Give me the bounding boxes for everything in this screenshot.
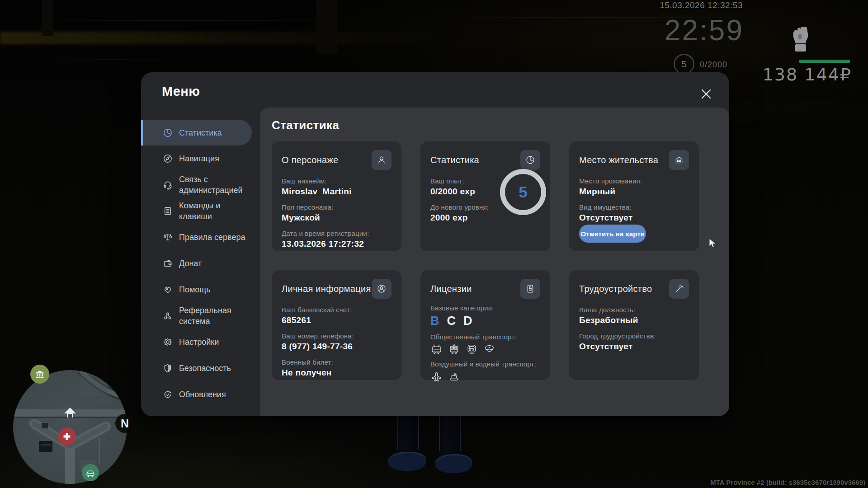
sidebar-item-navigation[interactable]: Навигация (141, 145, 260, 172)
category-B: B (430, 314, 439, 328)
sidebar-item-commands[interactable]: Команды и клавиши (141, 198, 260, 224)
person-circle-icon (372, 279, 392, 299)
shield-icon (163, 363, 173, 373)
level-ring: 5 (500, 169, 546, 215)
card-title: Личная информация (282, 284, 371, 294)
ship-icon (448, 370, 460, 382)
sidebar-item-label: Навигация (179, 153, 219, 164)
field-value: Отсутствует (579, 342, 689, 352)
menu-panel: Меню Статистика Навигация Связь (141, 72, 729, 416)
card-personal-info: Личная информация Ваш банковский счет: 6… (272, 270, 401, 380)
sidebar-item-label: Донат (179, 258, 202, 269)
headlight-glow (0, 32, 542, 44)
sidebar-item-statistics[interactable]: Статистика (141, 120, 252, 145)
hud-exp-bar (799, 60, 850, 63)
hud-money: 138 144₽ (763, 65, 852, 84)
mark-on-map-button[interactable]: Отметить на карте (579, 225, 646, 243)
field-label: Ваша должность: (579, 306, 689, 314)
card-licenses: Лицензии Базовые категории: B C D Общест… (420, 270, 550, 380)
sidebar-item-label: Настройки (179, 337, 219, 347)
light-streak (27, 20, 344, 21)
trolleybus-icon (430, 343, 443, 355)
wallet-icon (163, 258, 173, 268)
commands-doc-icon (163, 206, 173, 216)
minimap-map (13, 370, 127, 484)
field-value: Не получен (282, 368, 392, 378)
scales-icon (163, 232, 173, 242)
conductor-cap-icon (483, 343, 495, 355)
field-label: Ваш банковский счет: (282, 306, 392, 314)
car-blip (82, 464, 99, 481)
sidebar-item-label: Безопасность (179, 363, 231, 374)
card-title: Статистика (430, 155, 479, 165)
sidebar-item-label: Реферальная система (179, 305, 248, 327)
update-check-icon (163, 389, 173, 399)
hospital-blip (58, 427, 76, 446)
background-pole (42, 0, 53, 36)
sidebar-item-help[interactable]: Помощь (141, 277, 260, 303)
sidebar-item-label: Помощь (179, 284, 211, 295)
sidebar: Статистика Навигация Связь с администрац… (141, 120, 260, 408)
sidebar-item-referral[interactable]: Реферальная система (141, 303, 260, 329)
sidebar-item-settings[interactable]: Настройки (141, 329, 260, 355)
sidebar-item-admin-contact[interactable]: Связь с администрацией (141, 172, 260, 198)
person-icon (372, 150, 392, 170)
field-label: Место проживания: (579, 177, 689, 185)
sidebar-item-donate[interactable]: Донат (141, 250, 260, 277)
field-label: Ваш никнейм: (282, 177, 392, 185)
mouse-cursor (709, 238, 717, 251)
field-value: 685261 (282, 315, 392, 325)
hud-datetime: 15.03.2026 12:32:53 (660, 0, 743, 10)
headset-icon (163, 180, 173, 190)
content-heading: Статистика (272, 118, 339, 132)
house-icon (669, 150, 689, 170)
category-D: D (463, 314, 472, 328)
card-about-character: О персонаже Ваш никнейм: Miroslav_Martin… (272, 141, 401, 251)
hud-level-value: 5 (681, 59, 687, 70)
field-value: Безработный (579, 315, 689, 325)
bank-blip (30, 365, 49, 384)
compass-icon (163, 154, 173, 164)
close-icon (699, 87, 713, 101)
sidebar-item-server-rules[interactable]: Правила сервера (141, 224, 260, 250)
close-button[interactable] (699, 87, 713, 101)
pie-chart-icon (520, 150, 540, 170)
handshake-heart-icon (163, 285, 173, 295)
category-C: C (447, 314, 456, 328)
card-title: Трудоустройство (579, 284, 652, 294)
card-residence: Место жительства Место проживания: Мирны… (569, 141, 699, 251)
light-streak (0, 59, 226, 60)
player-sneaker (435, 454, 472, 473)
sidebar-item-label: Обновления (179, 389, 226, 400)
field-label: Воздушный и водный транспорт: (430, 360, 540, 368)
field-label: Пол персонажа: (282, 203, 392, 211)
card-statistics: Статистика Ваш опыт: 0/2000 exp До новог… (420, 141, 550, 251)
field-label: Вид имущества: (579, 203, 689, 211)
sidebar-item-label: Статистика (179, 127, 222, 138)
sidebar-item-security[interactable]: Безопасность (141, 355, 260, 381)
field-label: Базовые категории: (430, 304, 540, 312)
stats-cards-grid: О персонаже Ваш никнейм: Miroslav_Martin… (272, 141, 699, 380)
field-value: Miroslav_Martini (282, 187, 392, 197)
field-value: Отсутствует (579, 213, 689, 223)
field-label: Военный билет: (282, 358, 392, 366)
field-value: Мужской (282, 213, 392, 223)
airplane-icon (430, 370, 443, 382)
card-employment: Трудоустройство Ваша должность: Безработ… (569, 270, 699, 380)
sidebar-item-updates[interactable]: Обновления (141, 381, 260, 408)
public-transport-icons (430, 343, 540, 355)
hud-level-circle: 5 (674, 54, 694, 75)
pie-chart-icon (163, 128, 173, 138)
field-value: 8 (977) 149-77-36 (282, 342, 392, 352)
gear-icon (163, 337, 173, 347)
card-title: Место жительства (579, 155, 658, 165)
hud-clock: 22:59 (665, 14, 744, 47)
referral-network-icon (163, 311, 173, 321)
field-label: Город трудоустройства: (579, 332, 689, 340)
tram-icon (448, 343, 460, 355)
content-panel: Статистика О персонаже Ваш никнейм: Miro… (260, 108, 729, 416)
player-sneaker (388, 452, 426, 471)
field-value: Мирный (579, 187, 689, 197)
compass-north-label: N (121, 417, 129, 430)
field-label: Дата и время регистрации: (282, 230, 392, 237)
